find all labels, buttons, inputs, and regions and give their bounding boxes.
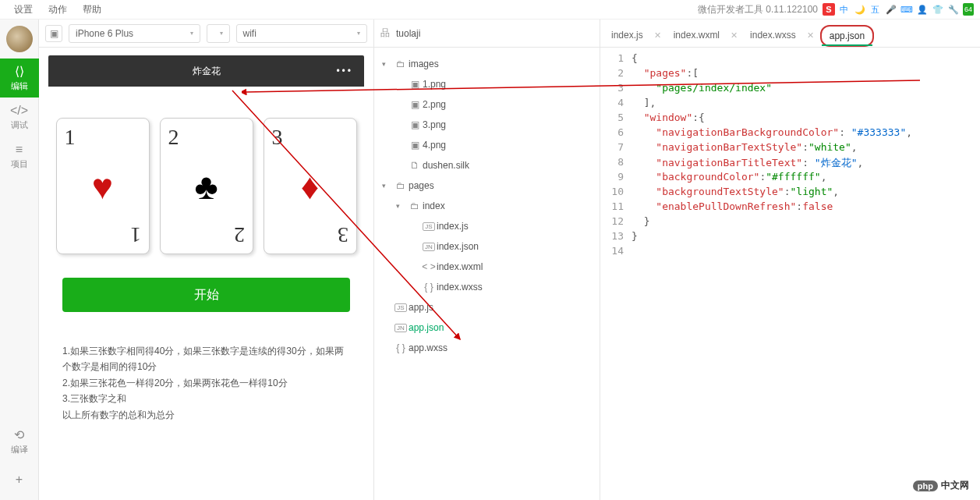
sidebar-debug-label: 调试 [11, 119, 28, 131]
card-bottom-number: 3 [338, 222, 348, 247]
close-icon[interactable]: ✕ [654, 30, 661, 41]
line-number: 13 [600, 230, 624, 245]
project-icon: ≡ [16, 143, 23, 157]
sidebar-edit[interactable]: ⟨⟩编辑 [0, 59, 39, 98]
code-icon: ⟨⟩ [15, 64, 24, 79]
line-number: 8 [600, 156, 624, 171]
chevron-down-icon: ▾ [357, 30, 360, 37]
file-tree-item[interactable]: < >index.wxml [374, 257, 600, 277]
line-number: 7 [600, 141, 624, 156]
menu-settings[interactable]: 设置 [6, 3, 41, 16]
sim-nav-bar: 炸金花 ••• [48, 55, 364, 87]
line-number: 5 [600, 112, 624, 126]
file-tree-item[interactable]: ▣2.png [374, 94, 600, 115]
rule-line: 1.如果三张数字相同得40分，如果三张数字是连续的得30分，如果两个数字是相同的… [62, 343, 350, 375]
debug-icon: </> [10, 104, 28, 118]
file-name: index.json [437, 241, 479, 252]
sidebar-add[interactable]: + [0, 461, 39, 500]
sidebar-debug[interactable]: </>调试 [0, 98, 39, 137]
sidebar-project[interactable]: ≡项目 [0, 137, 39, 176]
editor-tab[interactable]: index.js✕ [605, 23, 667, 47]
file-name: index.js [437, 221, 469, 232]
file-name: 3.png [423, 119, 446, 130]
code-content[interactable]: { "pages":[ "pages/index/index" ], "wind… [632, 52, 980, 500]
file-name: index.wxml [437, 261, 483, 272]
chevron-down-icon: ▾ [382, 60, 393, 68]
line-number: 9 [600, 171, 624, 186]
menu-actions[interactable]: 动作 [41, 3, 75, 16]
editor-tab[interactable]: index.wxss✕ [744, 23, 820, 47]
file-tree-item[interactable]: { }index.wxss [374, 277, 600, 297]
wxss-icon: { } [421, 282, 437, 293]
close-icon[interactable]: ✕ [731, 30, 738, 41]
file-tree-item[interactable]: ▾🗀pages [374, 176, 600, 196]
file-tree-item[interactable]: ▣4.png [374, 135, 600, 155]
project-root-name: tuolaji [396, 28, 420, 39]
rule-line: 以上所有数字的总和为总分 [62, 407, 350, 423]
shirt-icon: 👕 [932, 3, 944, 16]
more-icon[interactable]: ••• [336, 66, 353, 76]
sidebar-compile[interactable]: ⟲编译 [0, 422, 39, 461]
simulator: 炸金花 ••• 1 ♥ 12 ♣ 23 ♦ 3 开始 1.如果三张数字相同得40… [39, 48, 373, 500]
file-tree-item[interactable]: JSapp.js [374, 297, 600, 317]
file-tree-item[interactable]: 🗋dushen.silk [374, 155, 600, 176]
close-icon[interactable]: ✕ [807, 30, 814, 41]
app-version: 微信开发者工具 0.11.122100 [698, 3, 818, 16]
start-button[interactable]: 开始 [62, 278, 350, 312]
plus-icon: + [16, 473, 23, 487]
moon-icon: 🌙 [854, 3, 866, 16]
rules-text: 1.如果三张数字相同得40分，如果三张数字是连续的得30分，如果两个数字是相同的… [62, 343, 350, 423]
chevron-down-icon: ▾ [190, 30, 193, 37]
js-icon: JS [393, 303, 409, 312]
chevron-down-icon: ▾ [382, 182, 393, 190]
rule-line: 3.三张数字之和 [62, 391, 350, 406]
avatar[interactable] [6, 26, 33, 52]
line-number: 11 [600, 200, 624, 215]
tree-icon[interactable]: 品 [380, 27, 390, 40]
top-menu-bar: 设置 动作 帮助 微信开发者工具 0.11.122100 S 中 🌙 五 🎤 ⌨… [0, 0, 980, 20]
five-icon: 五 [869, 3, 882, 16]
file-name: app.wxss [409, 342, 448, 353]
file-name: images [409, 59, 439, 69]
file-tree-item[interactable]: { }app.wxss [374, 338, 600, 358]
file-tree-item[interactable]: ▣1.png [374, 74, 600, 94]
wxss-icon: { } [393, 342, 409, 353]
line-number: 12 [600, 215, 624, 230]
editor-tab[interactable]: index.wxml✕ [667, 23, 744, 47]
device-model-label: iPhone 6 Plus [76, 28, 133, 39]
file-name: dushen.silk [423, 160, 469, 171]
file-tree-item[interactable]: JSindex.js [374, 216, 600, 236]
image-icon: ▣ [407, 119, 423, 130]
php-logo-icon: php [913, 480, 938, 491]
device-rotate-icon[interactable]: ▣ [45, 25, 62, 42]
editor-tab[interactable]: app.json [820, 25, 874, 47]
card-suit-♦: ♦ [301, 165, 319, 207]
sidebar-edit-label: 编辑 [11, 80, 28, 92]
watermark: php 中文网 [908, 477, 974, 494]
file-tree-item[interactable]: ▾🗀index [374, 196, 600, 216]
file-tree-item[interactable]: JNindex.json [374, 236, 600, 257]
file-tree-item[interactable]: ▾🗀images [374, 54, 600, 74]
line-number: 10 [600, 186, 624, 200]
file-name: index.wxss [437, 282, 483, 293]
folder-icon: 🗀 [393, 59, 409, 69]
line-number: 4 [600, 97, 624, 112]
editor-tab-bar: index.js✕index.wxml✕index.wxss✕app.json [600, 20, 980, 48]
wrench-icon: 🔧 [947, 3, 960, 16]
user-icon: 👤 [916, 3, 929, 16]
keyboard-icon: ⌨ [900, 3, 913, 16]
card-top-number: 1 [65, 125, 76, 150]
device-model-select[interactable]: iPhone 6 Plus▾ [69, 24, 200, 43]
device-network-select[interactable]: wifi▾ [236, 24, 368, 43]
file-tree-item[interactable]: ▣3.png [374, 115, 600, 135]
device-scale-select[interactable]: ▾ [207, 24, 230, 43]
watermark-text: 中文网 [941, 479, 969, 492]
mic-icon: 🎤 [885, 3, 897, 16]
playing-card: 2 ♣ 2 [160, 118, 253, 254]
file-tree-item[interactable]: JNapp.json [374, 317, 600, 338]
card-suit-♣: ♣ [194, 165, 218, 207]
code-editor[interactable]: 1234567891011121314 { "pages":[ "pages/i… [600, 48, 980, 500]
line-number: 3 [600, 82, 624, 97]
line-number: 2 [600, 67, 624, 82]
menu-help[interactable]: 帮助 [75, 3, 109, 16]
